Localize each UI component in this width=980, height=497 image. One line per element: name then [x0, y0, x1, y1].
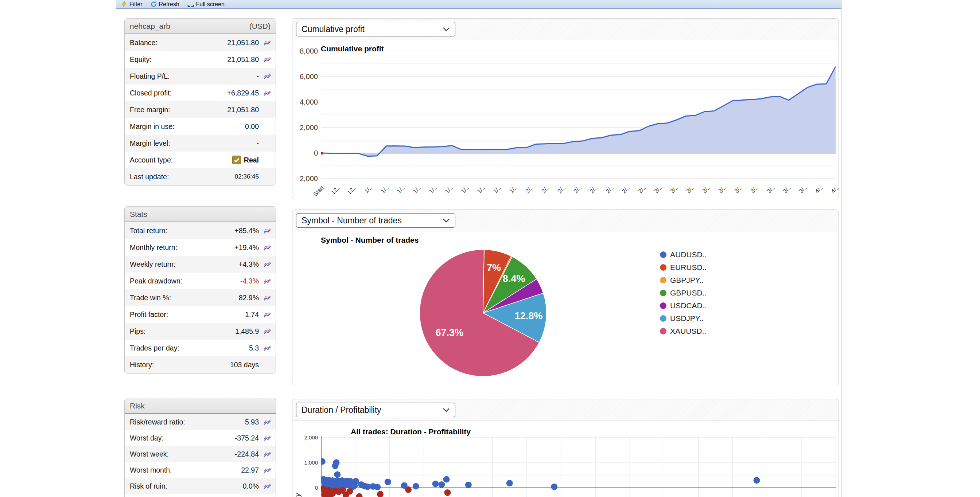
chevron-down-icon: [442, 27, 450, 31]
chart-type-select-1[interactable]: Cumulative profit: [296, 22, 455, 37]
chart-type-select-3[interactable]: Duration / Profitability: [296, 403, 455, 417]
row-label: History:: [130, 361, 154, 369]
table-row: Free margin: 21,051.80: [125, 101, 275, 118]
x-axis-tick: 4/..: [821, 184, 839, 199]
legend-label: USDCAD..: [670, 301, 706, 310]
table-row: Balance: 21,051.80: [125, 34, 275, 51]
mini-chart-icon[interactable]: [264, 228, 271, 234]
mini-chart-icon[interactable]: [264, 90, 271, 96]
x-axis-tick: 2/..: [547, 184, 567, 199]
filter-button[interactable]: Filter: [121, 1, 143, 8]
table-row: Risk of ruin: 0.0%: [125, 478, 275, 494]
x-axis-tick: 1/..: [387, 184, 406, 199]
chart-title: Symbol - Number of trades: [321, 236, 418, 245]
row-value: 22.97: [241, 466, 259, 475]
table-row: Profit factor: 1.74: [125, 306, 275, 323]
x-axis-tick: 1/..: [402, 184, 422, 199]
row-label: Account type:: [130, 156, 173, 164]
mini-chart-icon[interactable]: [264, 40, 271, 46]
legend-dot-icon: [660, 328, 667, 335]
svg-text:12.8%: 12.8%: [515, 310, 543, 321]
account-currency: (USD): [250, 22, 270, 30]
y-axis-tick: 8,000: [293, 46, 318, 56]
account-panel-header: nehcap_arb (USD): [125, 19, 275, 34]
x-axis-tick: 3/..: [740, 184, 760, 199]
risk-panel-header: Risk: [125, 398, 275, 414]
mini-chart-icon[interactable]: [264, 451, 271, 457]
row-label: Total return:: [130, 227, 167, 235]
y-axis-tick: 4,000: [293, 97, 318, 107]
x-axis-tick: 12..: [322, 184, 342, 199]
row-label: Pips:: [130, 327, 145, 336]
row-label: Floating P/L:: [130, 72, 170, 81]
y-axis-tick: 2,000: [293, 434, 318, 441]
x-axis-tick: 3/..: [708, 184, 728, 199]
row-value: 103 days: [230, 361, 259, 369]
row-label: Trade win %:: [130, 294, 171, 302]
legend-label: AUDUSD..: [670, 250, 706, 259]
legend-item: GBPUSD..: [660, 286, 706, 299]
mini-chart-icon[interactable]: [264, 483, 271, 489]
chart-title: All trades: Duration - Profitability: [351, 427, 471, 436]
refresh-label: Refresh: [159, 1, 180, 8]
row-value: +19.4%: [234, 243, 259, 252]
table-row: Margin level: -: [125, 135, 275, 152]
y-axis: 2,0001,0000: [293, 421, 318, 497]
mini-chart-icon[interactable]: [264, 345, 271, 351]
mini-chart-icon[interactable]: [264, 328, 271, 335]
legend-item: USDJPY..: [660, 312, 706, 325]
x-axis-tick: 12..: [338, 184, 358, 199]
legend-label: EURUSD..: [670, 263, 706, 272]
refresh-button[interactable]: Refresh: [151, 1, 180, 8]
row-label: Worst month:: [130, 466, 172, 475]
mini-chart-icon[interactable]: [264, 295, 271, 301]
mini-chart-icon[interactable]: [264, 467, 271, 473]
mini-chart-icon[interactable]: [264, 278, 271, 284]
x-axis-tick: 1/..: [370, 184, 390, 199]
row-value: 0.0%: [243, 482, 259, 491]
legend-dot-icon: [660, 315, 667, 322]
line-chart-plot[interactable]: [321, 48, 835, 181]
pie-chart-plot[interactable]: 7%8.4%12.8%67.3%: [417, 248, 549, 379]
stats-panel: Stats Total return: +85.4% Monthly retur…: [124, 206, 276, 373]
mini-chart-icon[interactable]: [264, 261, 271, 267]
x-axis-tick: 2/..: [595, 184, 615, 199]
mini-chart-icon[interactable]: [264, 73, 271, 79]
mini-chart-icon[interactable]: [264, 245, 271, 251]
legend-label: XAUUSD..: [670, 327, 706, 336]
y-axis-tick: 1,000: [293, 459, 318, 466]
mini-chart-icon[interactable]: [264, 311, 271, 318]
main-content: Cumulative profit Cumulative profit 8,00…: [292, 18, 839, 497]
fullscreen-button[interactable]: Full screen: [188, 1, 224, 8]
table-row: Peak drawdown: -4.3%: [125, 273, 275, 289]
x-axis-tick: 2/..: [579, 184, 599, 199]
y-axis-tick: 2,000: [293, 123, 318, 132]
row-value: +6,829.45: [227, 89, 259, 97]
chart-type-select-2[interactable]: Symbol - Number of trades: [296, 213, 455, 228]
fullscreen-label: Full screen: [196, 1, 224, 8]
row-value: 0.00: [245, 122, 259, 131]
x-axis-tick: 3/..: [660, 184, 679, 199]
risk-rows: Risk/reward ratio: 5.93 Worst day: -375.…: [125, 414, 275, 497]
chevron-down-icon: [442, 408, 450, 412]
mini-chart-icon[interactable]: [264, 419, 271, 425]
mini-chart-icon[interactable]: [264, 57, 271, 63]
row-label: Risk/reward ratio:: [130, 418, 185, 426]
x-axis-tick: 1/..: [354, 184, 374, 199]
table-row: Pips: 1,485.9: [125, 323, 275, 340]
legend-item: AUDUSD..: [660, 248, 706, 261]
legend-item: USDCAD..: [660, 299, 706, 312]
row-label: Peak drawdown:: [130, 277, 182, 285]
mini-chart-icon[interactable]: [264, 435, 271, 441]
table-row: Trades per day: 5.3: [125, 340, 275, 356]
legend-dot-icon: [660, 264, 667, 271]
selected-option: Cumulative profit: [302, 24, 364, 34]
row-label: Closed profit:: [130, 89, 172, 97]
svg-text:8.4%: 8.4%: [503, 273, 525, 284]
row-label: Profit factor:: [130, 310, 168, 319]
row-label: Margin in use:: [130, 122, 174, 131]
scatter-plot[interactable]: [321, 436, 835, 497]
real-account-checkbox-icon: [232, 156, 241, 164]
x-axis-tick: 2/..: [611, 184, 631, 199]
legend-item: XAUUSD..: [660, 325, 706, 337]
